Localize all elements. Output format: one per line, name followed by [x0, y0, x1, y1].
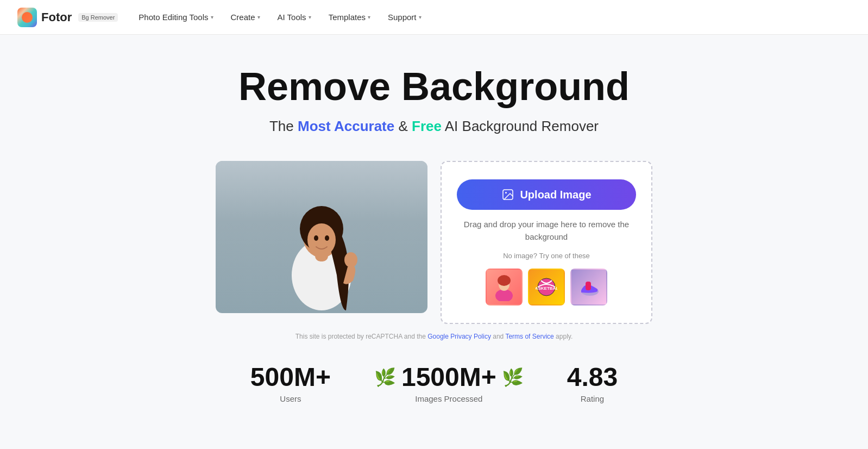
logo-text: Fotor [41, 10, 72, 24]
sample-image-3[interactable] [570, 269, 607, 305]
nav-photo-editing[interactable]: Photo Editing Tools ▾ [131, 8, 221, 26]
upload-hint: Drag and drop your image here to remove … [457, 219, 636, 243]
privacy-policy-link[interactable]: Google Privacy Policy [427, 333, 491, 340]
svg-point-11 [495, 289, 513, 301]
svg-text:BASKETBALL: BASKETBALL [536, 286, 557, 291]
chevron-down-icon: ▾ [257, 14, 260, 20]
sample-image-2[interactable]: BASKETBALL [528, 269, 565, 305]
nav-ai-tools[interactable]: AI Tools ▾ [270, 8, 319, 26]
stat-rating-number: 4.83 [567, 362, 618, 392]
svg-point-0 [22, 12, 33, 23]
woman-illustration [267, 166, 376, 313]
nav-templates[interactable]: Templates ▾ [321, 8, 378, 26]
sample-images-row: BASKETBALL [486, 269, 607, 305]
navbar: Fotor Bg Remover Photo Editing Tools ▾ C… [0, 0, 868, 35]
hero-title: Remove Background [11, 65, 857, 108]
stat-users: 500M+ Users [250, 362, 331, 403]
hero-subtitle: The Most Accurate & Free AI Background R… [11, 118, 857, 135]
logo-link[interactable]: Fotor Bg Remover [17, 8, 118, 27]
svg-point-8 [344, 252, 357, 267]
stats-bar: 500M+ Users 🌿 1500M+ 🌿 Images Processed … [108, 340, 760, 414]
upload-image-button[interactable]: Upload Image [457, 179, 636, 210]
svg-point-13 [498, 275, 511, 286]
photo-background [216, 161, 427, 313]
nav-items: Photo Editing Tools ▾ Create ▾ AI Tools … [131, 8, 851, 26]
svg-point-10 [505, 192, 507, 194]
chevron-down-icon: ▾ [419, 14, 422, 20]
nav-support[interactable]: Support ▾ [380, 8, 429, 26]
svg-point-7 [325, 235, 329, 241]
laurel-right-icon: 🌿 [502, 367, 524, 388]
sample-shoes-icon [578, 276, 600, 298]
sample-ball-icon: BASKETBALL [536, 276, 557, 298]
stat-images: 🌿 1500M+ 🌿 Images Processed [374, 362, 524, 403]
main-area: Upload Image Drag and drop your image he… [108, 148, 760, 324]
stat-users-number: 500M+ [250, 362, 331, 392]
sample-image-1[interactable] [486, 269, 523, 305]
laurel-left-icon: 🌿 [374, 367, 396, 388]
accent-free: Free [412, 118, 442, 134]
sample-woman-icon [493, 273, 515, 301]
nav-create[interactable]: Create ▾ [223, 8, 268, 26]
terms-of-service-link[interactable]: Terms of Service [505, 333, 553, 340]
logo-icon [17, 8, 37, 27]
photo-preview-panel [216, 161, 427, 313]
chevron-down-icon: ▾ [211, 14, 213, 20]
stat-images-label: Images Processed [374, 394, 524, 403]
chevron-down-icon: ▾ [309, 14, 311, 20]
accent-most-accurate: Most Accurate [298, 118, 394, 134]
captcha-notice: This site is protected by reCAPTCHA and … [0, 333, 868, 340]
svg-point-5 [307, 223, 336, 256]
stat-users-label: Users [250, 394, 331, 403]
stat-rating: 4.83 Rating [567, 362, 618, 403]
upload-panel: Upload Image Drag and drop your image he… [441, 161, 652, 324]
stat-images-number: 1500M+ [401, 362, 496, 392]
stat-rating-label: Rating [567, 394, 618, 403]
svg-point-6 [314, 235, 318, 241]
logo-badge: Bg Remover [78, 13, 118, 22]
sample-images-label: No image? Try one of these [503, 252, 590, 260]
stat-images-icon-wrap: 🌿 1500M+ 🌿 [374, 362, 524, 392]
upload-icon [501, 188, 514, 201]
chevron-down-icon: ▾ [368, 14, 370, 20]
svg-rect-17 [586, 282, 591, 290]
hero-section: Remove Background The Most Accurate & Fr… [0, 35, 868, 148]
